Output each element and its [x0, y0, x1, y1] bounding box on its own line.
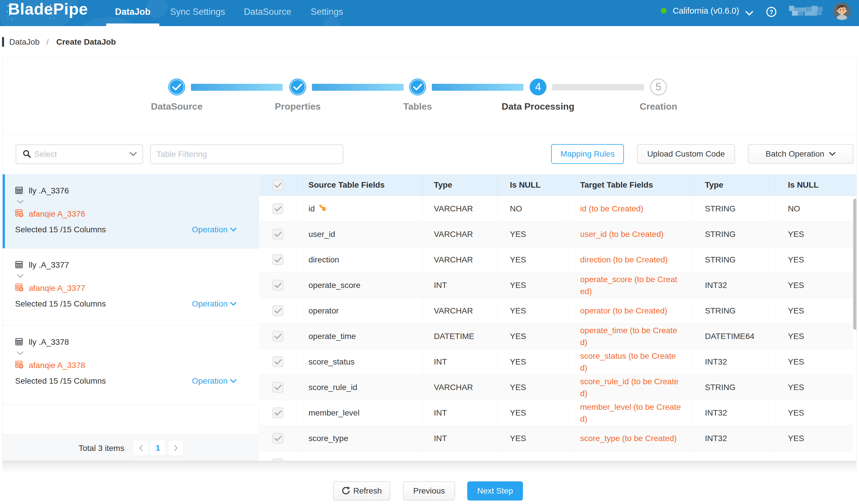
svg-text:?: ?	[769, 9, 773, 16]
